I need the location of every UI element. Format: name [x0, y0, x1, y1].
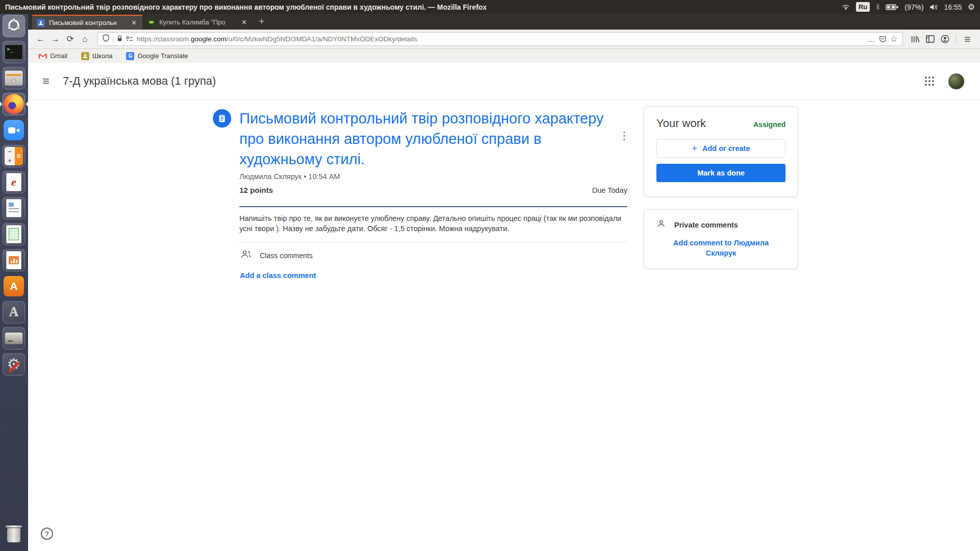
home-button[interactable]: ⌂	[78, 32, 92, 46]
dock-item-firefox[interactable]	[3, 93, 25, 115]
dock-item-trash[interactable]	[3, 524, 25, 546]
sidebar-toggle-icon[interactable]	[923, 32, 938, 46]
dock-item-system-settings[interactable]: ⚙	[3, 353, 25, 375]
dock-item-ubuntu-dash[interactable]	[3, 15, 25, 37]
bookmark-school[interactable]: Школа	[81, 52, 113, 60]
url-text[interactable]: https://classroom.google.com/u/0/c/MzkwN…	[137, 35, 864, 43]
page-actions-icon[interactable]: …	[868, 35, 875, 43]
class-comments-header: Class comments	[240, 250, 312, 261]
avatar[interactable]	[948, 73, 965, 90]
window-title: Письмовий контрольний твір розповідного …	[5, 3, 486, 11]
course-title[interactable]: 7-Д українська мова (1 група)	[63, 74, 216, 88]
dock-item-terminal[interactable]: >_	[3, 41, 25, 63]
wifi-icon[interactable]	[841, 4, 850, 11]
zoom-video-icon	[4, 120, 24, 140]
ubuntu-logo-icon	[7, 18, 21, 34]
dock-item-document-viewer[interactable]: e	[3, 171, 25, 193]
add-or-create-button[interactable]: + Add or create	[656, 139, 786, 158]
toolbar-separator	[956, 34, 957, 44]
author-timestamp: Людмила Склярук • 10:54 AM	[239, 172, 340, 181]
points-row: 12 points Due Today	[239, 186, 627, 194]
help-button[interactable]: ?	[41, 528, 53, 540]
mark-as-done-button[interactable]: Mark as done	[656, 164, 786, 182]
bookmark-label: Школа	[92, 52, 113, 60]
bookmark-star-icon[interactable]: ☆	[890, 34, 898, 44]
people-icon	[240, 250, 252, 261]
help-icon: ?	[45, 530, 49, 538]
accent-divider	[239, 206, 627, 207]
battery-icon[interactable]	[886, 4, 899, 11]
reload-button[interactable]: ⟳	[63, 32, 78, 46]
add-class-comment-link[interactable]: Add a class comment	[240, 271, 316, 280]
firefox-icon	[4, 94, 24, 114]
software-store-icon: A	[4, 276, 24, 296]
dock-item-calculator[interactable]: −+ =	[3, 145, 25, 167]
file-cabinet-icon	[5, 70, 23, 86]
tab-classroom[interactable]: Письмовий контрольн ✕	[32, 15, 142, 30]
firefox-window: Письмовий контрольн ✕ Купить Калимба "Пр…	[28, 14, 980, 551]
session-gear-icon[interactable]: ⚙	[968, 2, 975, 12]
system-tray: Ru (97%) 16:55 ⚙	[841, 2, 975, 12]
dock-item-zoom[interactable]	[3, 119, 25, 141]
person-icon	[656, 219, 666, 231]
system-top-bar: Письмовий контрольний твір розповідного …	[0, 0, 980, 14]
terminal-icon: >_	[5, 44, 23, 60]
bookmark-gmail[interactable]: Gmail	[39, 52, 67, 60]
trash-icon	[7, 528, 20, 542]
writer-icon	[6, 199, 21, 217]
url-separator	[113, 35, 113, 43]
silver-emblem-icon: A	[9, 305, 18, 319]
new-tab-button[interactable]: +	[259, 16, 264, 27]
tab-title: Купить Калимба "Про	[159, 18, 236, 26]
google-apps-grid-icon[interactable]	[925, 77, 934, 86]
tracking-shield-icon[interactable]	[103, 34, 109, 44]
plus-icon: +	[692, 143, 698, 154]
dock-item-software-store[interactable]: A	[3, 275, 25, 297]
impress-icon	[6, 251, 21, 269]
permissions-icon[interactable]	[126, 35, 133, 44]
classroom-menu-icon[interactable]: ≡	[42, 74, 50, 88]
classroom-page: ≡ 7-Д українська мова (1 група) Письмови…	[28, 63, 980, 551]
clock[interactable]: 16:55	[944, 3, 962, 11]
forward-button[interactable]: →	[48, 32, 63, 46]
pocket-icon[interactable]	[879, 35, 887, 43]
bookmark-label: Gmail	[50, 52, 67, 60]
dock-item-libreoffice-calc[interactable]	[3, 223, 25, 245]
close-icon[interactable]: ✕	[240, 18, 248, 26]
private-comments-card: Private comments Add comment to Людмила …	[644, 209, 798, 269]
due-date: Due Today	[592, 186, 627, 194]
dock-item-archive-manager[interactable]	[3, 67, 25, 89]
lock-icon[interactable]	[117, 35, 122, 44]
shop-favicon	[147, 18, 155, 27]
url-bar[interactable]: https://classroom.google.com/u/0/c/MzkwN…	[97, 32, 903, 46]
launcher-dock: >_ −+ = e A A ⚙	[0, 14, 28, 551]
your-work-card: Your work Assigned + Add or create Mark …	[644, 106, 798, 197]
back-button[interactable]: ←	[33, 32, 48, 46]
library-icon[interactable]	[908, 32, 923, 46]
your-work-title: Your work	[656, 117, 706, 130]
add-private-comment-link[interactable]: Add comment to Людмила Склярук	[665, 238, 777, 258]
account-icon[interactable]	[938, 32, 952, 46]
dock-item-disks[interactable]	[3, 327, 25, 349]
bookmark-google-translate[interactable]: G Google Translate	[126, 52, 188, 60]
keyboard-layout-indicator[interactable]: Ru	[856, 2, 870, 12]
light-divider	[239, 242, 627, 242]
dock-item-emblem-app[interactable]: A	[3, 301, 25, 323]
menu-hamburger-icon[interactable]: ≡	[960, 32, 975, 46]
assignment-description: Напишіть твір про те, як ви виконуєте ул…	[239, 213, 628, 234]
bluetooth-icon[interactable]	[875, 3, 880, 11]
kebab-menu-icon[interactable]: ⋮	[617, 129, 631, 143]
close-icon[interactable]: ✕	[130, 19, 138, 27]
evince-icon: e	[6, 173, 21, 191]
school-classroom-icon	[81, 52, 89, 60]
focused-indicator-arrow	[26, 102, 28, 107]
calc-sheet-icon	[6, 225, 21, 243]
volume-icon[interactable]	[929, 4, 939, 11]
running-indicator-arrow	[0, 102, 3, 107]
dock-item-libreoffice-writer[interactable]	[3, 197, 25, 219]
tab-title: Письмовий контрольн	[49, 19, 126, 27]
classroom-body: Письмовий контрольний твір розповідного …	[28, 100, 980, 551]
dock-item-libreoffice-impress[interactable]	[3, 249, 25, 271]
tab-shop[interactable]: Купить Калимба "Про ✕	[142, 15, 253, 30]
private-comments-title: Private comments	[674, 221, 738, 229]
